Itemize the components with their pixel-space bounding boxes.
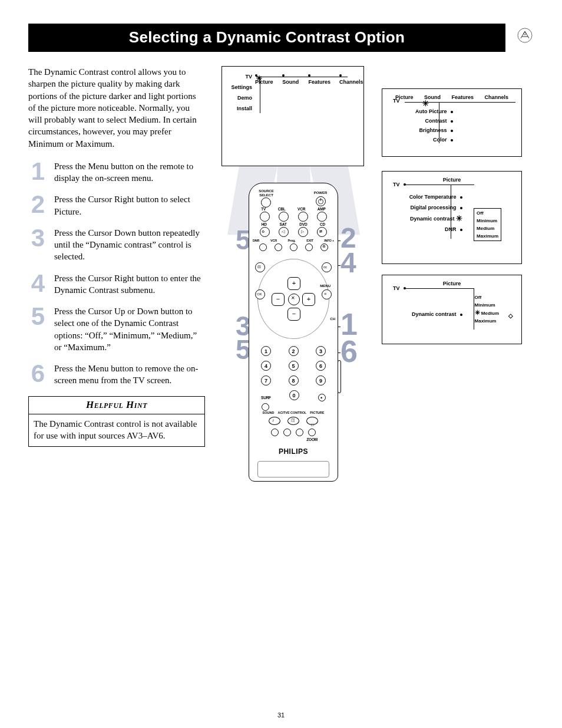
menu2-tab: Channels bbox=[485, 94, 509, 100]
menu3-item-selected: Dynamic contrast ✳ bbox=[409, 213, 462, 224]
step-number: 5 bbox=[28, 305, 45, 328]
menu2-item: Contrast bbox=[415, 116, 453, 126]
step-number: 2 bbox=[28, 193, 45, 216]
menu-button: ≡ bbox=[322, 289, 332, 299]
intro-paragraph: The Dynamic Contrast control allows you … bbox=[28, 66, 205, 150]
step-text: Press the Cursor Down button repeatedly … bbox=[54, 227, 205, 263]
menu1-tab-features: Features bbox=[308, 71, 330, 85]
menu1-settings: Settings bbox=[231, 82, 252, 93]
menu1-tv: TV bbox=[231, 71, 252, 82]
source-button bbox=[261, 197, 271, 207]
step-number: 3 bbox=[28, 227, 45, 249]
step-text: Press the Menu button to remove the on-s… bbox=[54, 363, 205, 387]
callout-4: 4 bbox=[340, 251, 356, 275]
menu3-options-box: Off Minimum Medium Maximum bbox=[474, 208, 501, 241]
remote-control-diagram: SOURCE SELECT POWER TVCBLVCRAMP HDSATDVD… bbox=[249, 183, 337, 482]
ok-button: OK bbox=[255, 289, 265, 299]
step-number: 6 bbox=[28, 363, 45, 385]
svg-point-0 bbox=[518, 28, 532, 42]
menu4-tv: TV bbox=[393, 285, 400, 292]
hint-body: The Dynamic Contrast control is not avai… bbox=[29, 414, 204, 447]
menu4-title: Picture bbox=[387, 280, 517, 287]
page-title: Selecting a Dynamic Contrast Option bbox=[28, 24, 505, 52]
menu2-tv: TV bbox=[393, 97, 400, 104]
step-text: Press the Cursor Right button to enter t… bbox=[54, 272, 205, 297]
remote-panel bbox=[257, 461, 329, 477]
menu2-item: Color bbox=[415, 135, 453, 144]
callout-6: 6 bbox=[340, 338, 358, 364]
title-bar: Selecting a Dynamic Contrast Option bbox=[28, 24, 534, 52]
onscreen-menu-picture: Picture Sound Features Channels TV ✳ Aut… bbox=[382, 88, 522, 157]
step-1: 1 Press the Menu button on the remote to… bbox=[28, 160, 205, 185]
step-6: 6 Press the Menu button to remove the on… bbox=[28, 363, 205, 387]
step-number: 4 bbox=[28, 272, 45, 295]
menu4-item: Dynamic contrast bbox=[412, 311, 462, 318]
step-5: 5 Press the Cursor Up or Down button to … bbox=[28, 305, 205, 353]
illustration-area: TV Settings Demo Install ✳ Picture Sound… bbox=[222, 66, 534, 447]
step-text: Press the Cursor Up or Down button to se… bbox=[54, 305, 205, 353]
menu3-tv: TV bbox=[393, 181, 400, 188]
step-text: Press the Menu button on the remote to d… bbox=[54, 160, 205, 185]
menu2-item: Auto Picture bbox=[415, 107, 453, 116]
menu1-tab-channels: Channels bbox=[339, 71, 363, 85]
menu3-item: DNR bbox=[409, 224, 462, 235]
menu3-title: Picture bbox=[387, 176, 517, 183]
svg-point-1 bbox=[524, 32, 526, 35]
menu1-demo: Demo bbox=[231, 93, 252, 103]
menu1-tab-picture: Picture bbox=[255, 71, 274, 85]
onscreen-submenu-dynamic-contrast: Picture TV Dynamic contrast Off Minimum … bbox=[382, 275, 522, 344]
onscreen-menu-main: TV Settings Demo Install ✳ Picture Sound… bbox=[222, 66, 364, 166]
menu3-item: Digital processing bbox=[409, 202, 462, 213]
mute-button: ✕ bbox=[288, 294, 300, 305]
menu1-tab-sound: Sound bbox=[282, 71, 300, 85]
step-text: Press the Cursor Right button to select … bbox=[54, 193, 205, 218]
onscreen-menu-dynamic-contrast: Picture TV Color Temperature Digital pro… bbox=[382, 171, 522, 264]
pip-button: ⊟ bbox=[255, 262, 265, 272]
callout-1: 1 bbox=[340, 311, 358, 337]
power-button bbox=[316, 196, 326, 206]
page-number: 31 bbox=[0, 711, 562, 720]
menu4-options-list: Off Minimum ✳ Medium Maximum bbox=[472, 293, 501, 325]
power-label: POWER bbox=[312, 190, 329, 195]
step-4: 4 Press the Cursor Right button to enter… bbox=[28, 272, 205, 297]
source-select-label: SOURCE SELECT bbox=[257, 189, 275, 197]
menu2-tab: Features bbox=[451, 94, 474, 100]
cc-button: cc bbox=[322, 262, 332, 272]
step-3: 3 Press the Cursor Down button repeatedl… bbox=[28, 227, 205, 263]
step-number: 1 bbox=[28, 160, 45, 183]
decorative-icon bbox=[505, 27, 534, 49]
brand-label: PHILIPS bbox=[249, 447, 338, 456]
menu3-item: Color Temperature bbox=[409, 192, 462, 202]
menu1-install: Install bbox=[231, 103, 252, 114]
step-2: 2 Press the Cursor Right button to selec… bbox=[28, 193, 205, 218]
helpful-hint-box: Helpful Hint The Dynamic Contrast contro… bbox=[28, 396, 205, 447]
menu2-item: Brightness bbox=[415, 126, 453, 135]
hint-title: Helpful Hint bbox=[29, 397, 204, 414]
